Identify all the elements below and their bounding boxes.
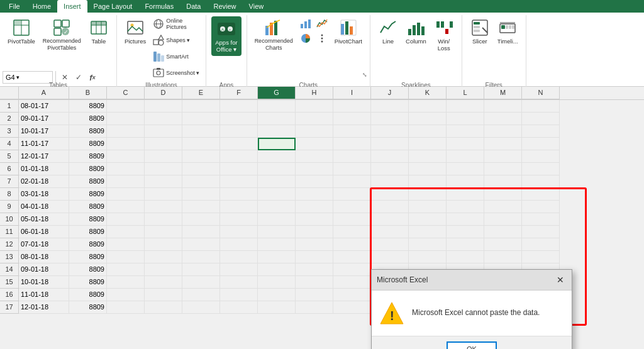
cell-g8[interactable] bbox=[258, 188, 296, 201]
cell-F4[interactable] bbox=[220, 138, 258, 150]
tab-review[interactable]: Review bbox=[207, 0, 242, 13]
cell-J13[interactable] bbox=[371, 251, 409, 263]
cell-b10[interactable]: 8809 bbox=[69, 213, 107, 226]
cell-g4[interactable] bbox=[258, 138, 296, 150]
cell-K8[interactable] bbox=[409, 188, 447, 201]
timeline-button[interactable]: Timeli... bbox=[495, 16, 521, 46]
cell-N5[interactable] bbox=[522, 150, 560, 163]
cell-D11[interactable] bbox=[145, 226, 182, 238]
cell-I1[interactable] bbox=[333, 100, 371, 113]
cell-E3[interactable] bbox=[182, 125, 220, 138]
cell-a12[interactable]: 07-01-18 bbox=[19, 238, 69, 251]
cell-b14[interactable]: 8809 bbox=[69, 263, 107, 276]
pivot-chart-button[interactable]: PivotChart bbox=[332, 16, 365, 46]
cell-N1[interactable] bbox=[522, 100, 560, 113]
cell-C17[interactable] bbox=[107, 301, 145, 314]
recommended-charts-button[interactable]: RecommendedCharts bbox=[252, 16, 296, 53]
cell-C14[interactable] bbox=[107, 263, 145, 276]
cell-F2[interactable] bbox=[220, 113, 258, 125]
cell-F6[interactable] bbox=[220, 163, 258, 175]
cell-C13[interactable] bbox=[107, 251, 145, 263]
cell-J9[interactable] bbox=[371, 201, 409, 213]
cell-b8[interactable]: 8809 bbox=[69, 188, 107, 201]
cell-K12[interactable] bbox=[409, 238, 447, 251]
cell-F16[interactable] bbox=[220, 289, 258, 301]
cell-F9[interactable] bbox=[220, 201, 258, 213]
screenshot-button[interactable]: Screenshot ▾ bbox=[151, 65, 201, 80]
cell-F5[interactable] bbox=[220, 150, 258, 163]
cell-N7[interactable] bbox=[522, 175, 560, 188]
cell-M8[interactable] bbox=[484, 188, 522, 201]
col-header-d[interactable]: D bbox=[145, 87, 182, 99]
cell-D17[interactable] bbox=[145, 301, 182, 314]
cell-K10[interactable] bbox=[409, 213, 447, 226]
tab-home[interactable]: Home bbox=[26, 0, 57, 13]
cell-g9[interactable] bbox=[258, 201, 296, 213]
cell-C9[interactable] bbox=[107, 201, 145, 213]
cell-I10[interactable] bbox=[333, 213, 371, 226]
cell-a4[interactable]: 11-01-17 bbox=[19, 138, 69, 150]
cell-C2[interactable] bbox=[107, 113, 145, 125]
cell-E4[interactable] bbox=[182, 138, 220, 150]
cell-b5[interactable]: 8809 bbox=[69, 150, 107, 163]
cell-a2[interactable]: 09-01-17 bbox=[19, 113, 69, 125]
cell-I16[interactable] bbox=[333, 289, 371, 301]
cell-C5[interactable] bbox=[107, 150, 145, 163]
col-header-b[interactable]: B bbox=[69, 87, 107, 99]
cell-D3[interactable] bbox=[145, 125, 182, 138]
cell-H5[interactable] bbox=[296, 150, 333, 163]
cell-M5[interactable] bbox=[484, 150, 522, 163]
cell-b4[interactable]: 8809 bbox=[69, 138, 107, 150]
cell-L4[interactable] bbox=[447, 138, 484, 150]
cell-M9[interactable] bbox=[484, 201, 522, 213]
cell-E2[interactable] bbox=[182, 113, 220, 125]
cell-F11[interactable] bbox=[220, 226, 258, 238]
cell-g15[interactable] bbox=[258, 276, 296, 289]
cell-F17[interactable] bbox=[220, 301, 258, 314]
cell-H9[interactable] bbox=[296, 201, 333, 213]
cell-E16[interactable] bbox=[182, 289, 220, 301]
cell-N9[interactable] bbox=[522, 201, 560, 213]
cell-H15[interactable] bbox=[296, 276, 333, 289]
cell-K1[interactable] bbox=[409, 100, 447, 113]
cell-N3[interactable] bbox=[522, 125, 560, 138]
cell-C15[interactable] bbox=[107, 276, 145, 289]
cell-E11[interactable] bbox=[182, 226, 220, 238]
cell-M3[interactable] bbox=[484, 125, 522, 138]
col-header-e[interactable]: E bbox=[182, 87, 220, 99]
cell-J5[interactable] bbox=[371, 150, 409, 163]
cell-D4[interactable] bbox=[145, 138, 182, 150]
cell-E5[interactable] bbox=[182, 150, 220, 163]
cell-g10[interactable] bbox=[258, 213, 296, 226]
cell-I3[interactable] bbox=[333, 125, 371, 138]
cell-J12[interactable] bbox=[371, 238, 409, 251]
cell-g5[interactable] bbox=[258, 150, 296, 163]
cell-D2[interactable] bbox=[145, 113, 182, 125]
cell-D5[interactable] bbox=[145, 150, 182, 163]
cell-C11[interactable] bbox=[107, 226, 145, 238]
cell-I2[interactable] bbox=[333, 113, 371, 125]
col-header-c[interactable]: C bbox=[107, 87, 145, 99]
cell-I14[interactable] bbox=[333, 263, 371, 276]
cell-a6[interactable]: 01-01-18 bbox=[19, 163, 69, 175]
cell-N6[interactable] bbox=[522, 163, 560, 175]
cell-g3[interactable] bbox=[258, 125, 296, 138]
cell-L11[interactable] bbox=[447, 226, 484, 238]
cell-g11[interactable] bbox=[258, 226, 296, 238]
cell-D6[interactable] bbox=[145, 163, 182, 175]
cell-b1[interactable]: 8809 bbox=[69, 100, 107, 113]
col-header-m[interactable]: M bbox=[484, 87, 522, 99]
cell-g6[interactable] bbox=[258, 163, 296, 175]
cell-J10[interactable] bbox=[371, 213, 409, 226]
cell-D7[interactable] bbox=[145, 175, 182, 188]
cell-E12[interactable] bbox=[182, 238, 220, 251]
cell-N12[interactable] bbox=[522, 238, 560, 251]
cell-C4[interactable] bbox=[107, 138, 145, 150]
cell-g14[interactable] bbox=[258, 263, 296, 276]
cell-K9[interactable] bbox=[409, 201, 447, 213]
col-header-g[interactable]: G bbox=[258, 87, 296, 99]
cell-J2[interactable] bbox=[371, 113, 409, 125]
cell-C1[interactable] bbox=[107, 100, 145, 113]
cell-M2[interactable] bbox=[484, 113, 522, 125]
cell-I17[interactable] bbox=[333, 301, 371, 314]
